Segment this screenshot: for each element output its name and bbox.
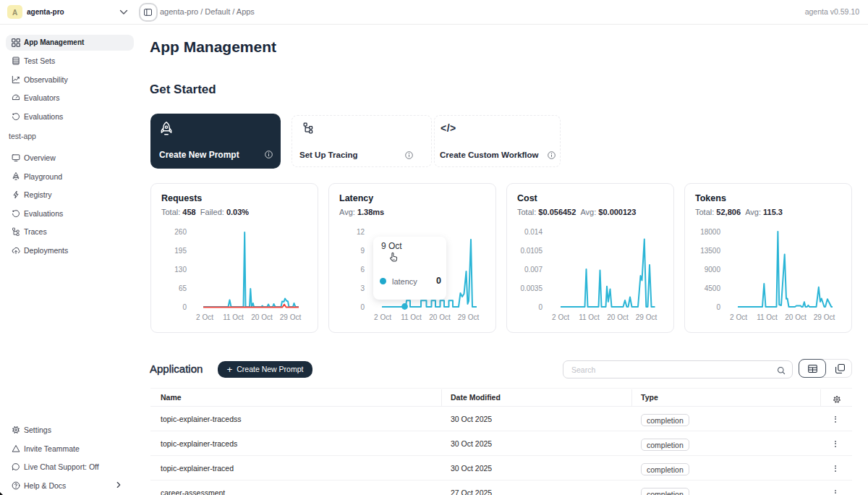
svg-text:11 Oct: 11 Oct [579,313,600,321]
svg-text:12: 12 [357,228,365,236]
svg-text:20 Oct: 20 Oct [429,313,451,321]
svg-text:2 Oct: 2 Oct [730,313,747,321]
svg-text:29 Oct: 29 Oct [280,313,302,321]
svg-text:20 Oct: 20 Oct [785,313,807,321]
svg-text:0: 0 [716,303,720,311]
svg-text:0.0105: 0.0105 [520,247,542,255]
svg-text:11 Oct: 11 Oct [757,313,778,321]
svg-text:9000: 9000 [705,266,721,274]
svg-text:130: 130 [174,266,187,274]
svg-text:20 Oct: 20 Oct [251,313,273,321]
svg-text:6: 6 [360,266,365,274]
svg-text:9: 9 [360,247,365,255]
svg-text:29 Oct: 29 Oct [814,313,835,321]
svg-text:2 Oct: 2 Oct [196,313,213,321]
svg-text:20 Oct: 20 Oct [607,313,629,321]
svg-text:29 Oct: 29 Oct [636,313,658,321]
svg-text:0: 0 [360,303,365,311]
svg-text:2 Oct: 2 Oct [374,313,391,321]
svg-text:195: 195 [174,247,187,255]
svg-text:4500: 4500 [705,284,721,292]
svg-text:0.014: 0.014 [524,228,542,236]
svg-text:29 Oct: 29 Oct [458,313,480,321]
svg-text:0.0035: 0.0035 [520,284,542,292]
svg-text:0: 0 [182,303,187,311]
svg-text:0: 0 [538,303,542,311]
svg-text:18000: 18000 [700,228,720,236]
svg-text:13500: 13500 [700,247,720,255]
svg-text:0.007: 0.007 [524,266,542,274]
svg-text:65: 65 [179,284,187,292]
svg-text:260: 260 [174,228,187,236]
svg-text:2 Oct: 2 Oct [552,313,569,321]
svg-text:11 Oct: 11 Oct [223,313,244,321]
svg-text:3: 3 [360,284,365,292]
svg-text:11 Oct: 11 Oct [401,313,422,321]
